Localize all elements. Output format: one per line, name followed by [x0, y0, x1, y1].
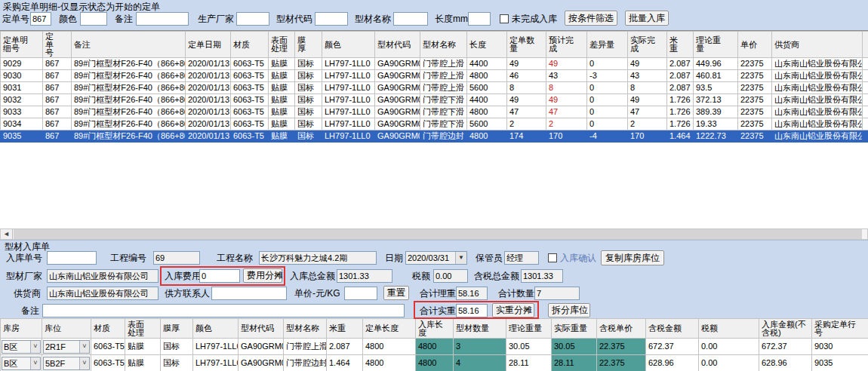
column-header[interactable]: 实际完 成: [628, 32, 667, 58]
weight-apportion-button[interactable]: 实重分摊: [492, 303, 534, 317]
cell-code: GA90GRM04: [375, 106, 420, 118]
column-header[interactable]: 膜厚: [161, 319, 193, 339]
table-row[interactable]: 903486789#门框型材F26-F40（866+867）2020/01/13…: [1, 118, 868, 130]
unit-price-input[interactable]: [344, 287, 377, 300]
column-header[interactable]: 库房: [1, 319, 42, 339]
column-header[interactable]: 定单长度: [363, 319, 416, 339]
remark-input[interactable]: [42, 304, 405, 317]
column-header[interactable]: 实际重量: [552, 319, 597, 339]
supplier-contact-input[interactable]: [211, 287, 287, 300]
total-taxed-input[interactable]: [521, 269, 563, 283]
actual-total-input[interactable]: [456, 304, 488, 317]
column-header[interactable]: 表面 处理: [269, 32, 295, 58]
scrollbar-thumb[interactable]: [14, 229, 862, 239]
chevron-down-icon[interactable]: ˅: [79, 357, 89, 369]
scroll-left-icon[interactable]: ◄: [1, 229, 13, 239]
column-header[interactable]: 定单日期: [186, 32, 231, 58]
total-amount-input[interactable]: [337, 269, 392, 283]
table-row[interactable]: B区˅5B2F˅6063-T5贴膜国标LH797-1LL0GA90GRM05门带…: [1, 355, 868, 371]
chevron-down-icon[interactable]: ˅: [30, 357, 40, 369]
cell-order-no: 867: [43, 118, 72, 130]
column-header[interactable]: 单价: [738, 32, 772, 58]
column-header[interactable]: 米 重: [667, 32, 694, 58]
theory-total-input[interactable]: [456, 287, 488, 300]
table-row[interactable]: 903386789#门框型材F26-F40（866+867）2020/01/13…: [1, 106, 868, 118]
date-picker[interactable]: 2020/03/31 ▼: [405, 251, 467, 265]
warehouse-combobox[interactable]: B区˅: [2, 340, 41, 354]
column-header[interactable]: 定 单 号: [43, 32, 72, 58]
column-header[interactable]: 材质: [231, 32, 269, 58]
column-header[interactable]: 颜色: [193, 319, 239, 339]
cell-warehouse: B区˅: [1, 339, 42, 355]
column-header[interactable]: 表面 处理: [125, 319, 161, 339]
inbound-confirm-checkbox[interactable]: [548, 253, 557, 262]
column-header[interactable]: 型材名称: [420, 32, 467, 58]
column-header[interactable]: 入库长度: [416, 319, 454, 339]
column-header[interactable]: 材质: [91, 319, 125, 339]
cell-price: 22375: [738, 118, 772, 130]
slot-combobox[interactable]: 2R1F˅: [43, 340, 90, 354]
column-header[interactable]: 含税单价: [597, 319, 646, 339]
filter-by-condition-button[interactable]: 按条件筛选: [565, 11, 617, 26]
calendar-dropdown-icon[interactable]: ▼: [455, 252, 466, 264]
cell-surface: 贴膜: [269, 70, 295, 82]
column-header[interactable]: 理论重 量: [694, 32, 738, 58]
filter-profile-name-input[interactable]: [393, 12, 428, 26]
filter-profile-code-input[interactable]: [315, 12, 348, 26]
column-header[interactable]: 采购定单行 号: [812, 319, 868, 339]
fee-apportion-button[interactable]: 费用分摊: [243, 268, 282, 283]
batch-inbound-button[interactable]: 批量入库: [625, 11, 669, 26]
table-row[interactable]: 903186789#门框型材F26-F40（866+867）2020/01/13…: [1, 82, 868, 94]
column-header[interactable]: 预计完 成: [546, 32, 587, 58]
filter-remark-input[interactable]: [136, 12, 189, 26]
project-name-input[interactable]: [259, 251, 377, 265]
fee-input[interactable]: [199, 269, 240, 283]
column-header[interactable]: 颜色: [322, 32, 375, 58]
count-total-input[interactable]: [534, 287, 580, 300]
supplier-input[interactable]: [47, 287, 159, 300]
column-header[interactable]: 税额: [699, 319, 759, 339]
unfinished-checkbox[interactable]: [500, 14, 509, 23]
column-header[interactable]: 供货商: [772, 32, 863, 58]
reset-button[interactable]: 重置: [383, 286, 409, 300]
filter-manufacturer-input[interactable]: [236, 12, 269, 26]
column-header[interactable]: 定单数 量: [507, 32, 546, 58]
column-header[interactable]: 型材代码: [239, 319, 284, 339]
filter-color-input[interactable]: [80, 12, 107, 26]
column-header[interactable]: 长度: [467, 32, 507, 58]
header-row: 库房库位材质表面 处理膜厚颜色型材代码型材名称米重定单长度入库长度型材数量理论重…: [1, 319, 868, 339]
column-header[interactable]: 型材数量: [454, 319, 506, 339]
column-header[interactable]: 定单明 细号: [1, 32, 43, 58]
slot-combobox[interactable]: 5B2F˅: [43, 357, 90, 370]
column-header[interactable]: 库位: [42, 319, 91, 339]
table-row[interactable]: B区˅2R1F˅6063-T5贴膜国标LH797-1LL0GA90GRM03门带…: [1, 339, 868, 355]
factory-input[interactable]: [47, 269, 159, 283]
column-header[interactable]: 型材代码: [375, 32, 420, 58]
chevron-down-icon[interactable]: ˅: [30, 341, 40, 353]
keeper-input[interactable]: [504, 251, 539, 265]
project-no-input[interactable]: [153, 251, 200, 265]
filter-order-no-input[interactable]: [30, 12, 51, 26]
column-header[interactable]: 入库金额(不 含税): [759, 319, 812, 339]
column-header[interactable]: 米重: [327, 319, 363, 339]
split-slot-button[interactable]: 拆分库位: [548, 303, 590, 317]
column-header[interactable]: 膜 厚: [295, 32, 322, 58]
table-row[interactable]: 903586789#门框型材F26-F40（866+867）2020/01/13…: [1, 130, 868, 143]
tax-input[interactable]: [433, 269, 468, 283]
column-header[interactable]: [863, 32, 868, 58]
table-row[interactable]: 903286789#门框型材F26-F40（866+867）2020/01/13…: [1, 94, 868, 106]
inbound-no-input[interactable]: [47, 251, 97, 265]
column-header[interactable]: 理论重量: [506, 319, 552, 339]
inbound-section: 型材入库单 入库单号 工程编号 工程名称 日期 2020/03/31 ▼ 保管员…: [0, 240, 868, 371]
column-header[interactable]: 含税金额: [646, 319, 699, 339]
table-row[interactable]: 903086789#门框型材F26-F40（866+867）2020/01/13…: [1, 70, 868, 82]
column-header[interactable]: 型材名称: [284, 319, 327, 339]
column-header[interactable]: 备注: [72, 32, 186, 58]
chevron-down-icon[interactable]: ˅: [79, 341, 89, 353]
column-header[interactable]: 差异量: [587, 32, 628, 58]
order-table-hscrollbar[interactable]: ◄: [0, 228, 868, 240]
copy-warehouse-button[interactable]: 复制库房库位: [601, 250, 664, 265]
table-row[interactable]: 902986789#门框型材F26-F40（866+867）2020/01/13…: [1, 58, 868, 70]
warehouse-combobox[interactable]: B区˅: [2, 357, 41, 370]
filter-length-input[interactable]: [468, 12, 491, 26]
